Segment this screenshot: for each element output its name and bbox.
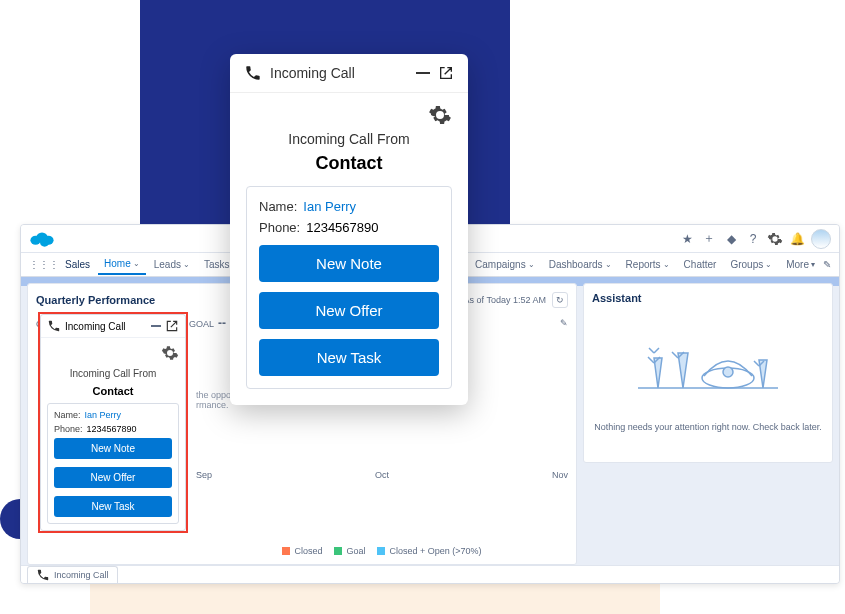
minimize-icon[interactable]	[151, 325, 161, 327]
new-offer-button[interactable]: New Offer	[259, 292, 439, 329]
call-popup-large: Incoming Call Incoming Call From Contact…	[230, 54, 468, 405]
contact-phone: 1234567890	[306, 220, 378, 235]
nav-campaigns[interactable]: Campaigns⌄	[469, 255, 541, 274]
contact-phone: 1234567890	[87, 424, 137, 434]
app-launcher-icon[interactable]: ⋮⋮⋮	[29, 259, 59, 270]
assistant-message: Nothing needs your attention right now. …	[592, 422, 824, 432]
user-avatar[interactable]	[811, 229, 831, 249]
nav-dashboards[interactable]: Dashboards⌄	[543, 255, 618, 274]
qp-title: Quarterly Performance	[36, 294, 155, 306]
phone-icon	[36, 568, 50, 582]
popout-icon[interactable]	[438, 65, 454, 81]
call-panel-small: Incoming Call Incoming Call From Contact…	[40, 314, 186, 531]
new-note-button[interactable]: New Note	[259, 245, 439, 282]
contact-name-link[interactable]: Ian Perry	[85, 410, 122, 420]
qp-legend: Closed Goal Closed + Open (>70%)	[36, 546, 568, 556]
qp-asof: As of Today 1:52 AM	[464, 295, 546, 305]
new-note-button[interactable]: New Note	[54, 438, 172, 459]
assistant-title: Assistant	[592, 292, 824, 304]
nav-groups[interactable]: Groups⌄	[724, 255, 778, 274]
assistant-card: Assistant	[583, 283, 833, 463]
favorite-icon[interactable]: ★	[679, 231, 695, 247]
entity-type: Contact	[246, 153, 452, 174]
nav-edit-icon[interactable]: ✎	[823, 259, 831, 270]
assistant-illustration	[592, 318, 824, 408]
phone-icon	[47, 319, 61, 333]
utility-tab-incoming-call[interactable]: Incoming Call	[27, 566, 118, 583]
nav-leads[interactable]: Leads⌄	[148, 255, 196, 274]
nav-home[interactable]: Home⌄	[98, 254, 146, 275]
new-task-button[interactable]: New Task	[54, 496, 172, 517]
utility-bar: Incoming Call	[21, 565, 839, 583]
minimize-icon[interactable]	[416, 72, 430, 74]
call-panel-highlight: Incoming Call Incoming Call From Contact…	[38, 312, 188, 533]
help-icon[interactable]: ?	[745, 231, 761, 247]
add-icon[interactable]: ＋	[701, 231, 717, 247]
edit-goal-icon[interactable]: ✎	[560, 318, 568, 328]
nav-more[interactable]: More▾	[780, 255, 821, 274]
contact-name-link[interactable]: Ian Perry	[303, 199, 356, 214]
call-panel-title: Incoming Call	[65, 321, 126, 332]
gear-icon[interactable]	[428, 103, 452, 127]
refresh-button[interactable]: ↻	[552, 292, 568, 308]
nav-chatter[interactable]: Chatter	[678, 255, 723, 274]
entity-type: Contact	[47, 385, 179, 397]
notifications-icon[interactable]: 🔔	[789, 231, 805, 247]
new-offer-button[interactable]: New Offer	[54, 467, 172, 488]
salesforce-logo	[29, 230, 55, 248]
gear-icon[interactable]	[161, 344, 179, 362]
svg-point-3	[40, 239, 49, 247]
new-task-button[interactable]: New Task	[259, 339, 439, 376]
popout-icon[interactable]	[165, 319, 179, 333]
nav-reports[interactable]: Reports⌄	[620, 255, 676, 274]
app-name: Sales	[65, 259, 90, 270]
setup-gear-icon[interactable]	[767, 231, 783, 247]
incoming-call-from-label: Incoming Call From	[47, 368, 179, 379]
phone-icon	[244, 64, 262, 82]
incoming-call-from-label: Incoming Call From	[246, 131, 452, 147]
popup-title: Incoming Call	[270, 65, 355, 81]
svg-point-5	[723, 367, 733, 377]
trail-icon[interactable]: ◆	[723, 231, 739, 247]
